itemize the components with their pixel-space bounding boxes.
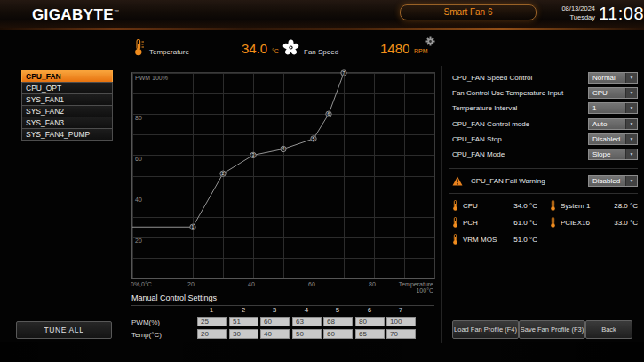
setting-label: Temperature Interval — [452, 104, 517, 112]
fan-speed-value: 1480 — [380, 41, 409, 56]
system-date: 08/13/2024 Tuesday — [547, 4, 595, 21]
xtick-80: 80 — [367, 281, 378, 287]
xtick-40: 40 — [246, 281, 257, 287]
load-fan-profile-button[interactable]: Load Fan Profile (F4) — [452, 320, 519, 339]
input-temp-1[interactable] — [197, 329, 227, 339]
fan-speed-label: Fan Speed — [304, 48, 338, 56]
thermometer-icon — [452, 234, 458, 245]
input-temp-2[interactable] — [229, 329, 258, 339]
input-pwm-5[interactable] — [323, 317, 353, 326]
back-button[interactable]: Back — [585, 320, 632, 339]
ytick-60: 60 — [135, 156, 142, 162]
sensor-pch: PCH 61.0 °C — [452, 216, 537, 229]
input-temp-3[interactable] — [260, 329, 290, 339]
temperature-value: 34.0 — [242, 41, 267, 56]
smart-fan-6-screen: GIGABYTE™ Smart Fan 6 08/13/2024 Tuesday… — [0, 0, 644, 362]
chevron-down-icon: ▼ — [625, 103, 637, 113]
fan-curve-point-label: 6 — [328, 111, 330, 117]
column-header: 6 — [355, 306, 384, 314]
chevron-down-icon: ▼ — [625, 176, 637, 186]
chevron-down-icon: ▼ — [625, 149, 637, 159]
chevron-down-icon: ▼ — [625, 119, 637, 129]
ytick-20: 20 — [135, 237, 142, 244]
ytick-40: 40 — [135, 197, 142, 203]
xtick-0: 0%,0°C — [131, 281, 152, 287]
sensor-system-1: System 1 28.0 °C — [550, 199, 638, 212]
sidebar-item-cpu-fan[interactable]: CPU_FAN — [21, 70, 113, 83]
sidebar-item-sys-fan2[interactable]: SYS_FAN2 — [21, 105, 113, 117]
temperature-unit: °C — [272, 48, 279, 54]
ytick-80: 80 — [135, 115, 142, 121]
top-bar: GIGABYTE™ Smart Fan 6 08/13/2024 Tuesday… — [0, 0, 644, 28]
dropdown-cpu-fan-fail-warning[interactable]: Disabled ▼ — [588, 175, 638, 187]
dropdown-fan-control-temperature-input[interactable]: CPU ▼ — [588, 87, 638, 99]
sidebar-item-sys-fan4-pump[interactable]: SYS_FAN4_PUMP — [21, 128, 113, 141]
column-header: 5 — [323, 306, 352, 314]
setting-label: CPU_FAN Control mode — [452, 120, 529, 128]
sensor-vrm-mos: VRM MOS 51.0 °C — [452, 233, 537, 245]
dropdown-cpu-fan-speed-control[interactable]: Normal ▼ — [588, 72, 638, 84]
sidebar-item-sys-fan1[interactable]: SYS_FAN1 — [21, 93, 113, 106]
input-pwm-3[interactable] — [260, 317, 290, 326]
ytick-100: PWM 100% — [135, 75, 168, 81]
fan-curve-point-label: 3 — [252, 152, 255, 157]
chevron-down-icon: ▼ — [625, 88, 637, 98]
column-header: 1 — [197, 306, 226, 314]
section-divider — [449, 193, 638, 194]
sidebar-item-cpu-opt[interactable]: CPU_OPT — [21, 82, 113, 94]
fan-curve-line — [132, 73, 344, 227]
setting-label: CPU_FAN Stop — [452, 135, 502, 143]
tab-smart-fan-6[interactable]: Smart Fan 6 — [400, 4, 537, 20]
save-fan-profile-button[interactable]: Save Fan Profile (F3) — [519, 320, 585, 339]
gigabyte-logo: GIGABYTE™ — [32, 6, 119, 24]
system-clock: 11:08 — [599, 4, 641, 24]
fan-curve-plot[interactable]: 1234567 — [131, 72, 435, 279]
dropdown-temperature-interval[interactable]: 1 ▼ — [588, 102, 638, 114]
setting-row: Temperature Interval 1 ▼ — [452, 101, 638, 115]
sensor-cpu: CPU 34.0 °C — [452, 199, 537, 212]
input-temp-4[interactable] — [292, 329, 322, 339]
input-pwm-7[interactable] — [386, 317, 416, 326]
fan-icon — [282, 39, 299, 56]
setting-row: Fan Control Use Temperature Input CPU ▼ — [452, 86, 638, 100]
input-pwm-1[interactable] — [197, 317, 227, 326]
pwm-row-label: PWM(%) — [131, 318, 160, 326]
tune-all-button[interactable]: TUNE ALL — [16, 321, 112, 339]
thermometer-icon — [452, 200, 458, 211]
input-pwm-2[interactable] — [229, 317, 258, 326]
setting-label: CPU_FAN Mode — [452, 150, 505, 158]
temp-row-label: Temp(°C) — [131, 331, 162, 339]
gear-icon[interactable] — [425, 36, 435, 46]
column-header: 2 — [229, 306, 258, 314]
setting-row: CPU_FAN Speed Control Normal ▼ — [452, 71, 638, 84]
fan-curve-point-label: 1 — [192, 224, 195, 229]
chevron-down-icon: ▼ — [625, 134, 637, 144]
setting-label: CPU_FAN Speed Control — [452, 74, 532, 82]
xtick-20: 20 — [186, 281, 196, 287]
column-header: 7 — [386, 306, 415, 314]
sensor-pciex16: PCIEX16 33.0 °C — [550, 216, 638, 229]
input-temp-7[interactable] — [386, 329, 416, 339]
setting-label: Fan Control Use Temperature Input — [452, 89, 563, 97]
dropdown-cpu-fan-control-mode[interactable]: Auto ▼ — [588, 118, 638, 130]
input-temp-5[interactable] — [323, 329, 353, 339]
thermometer-icon — [550, 200, 556, 211]
fan-list: CPU_FAN CPU_OPT SYS_FAN1 SYS_FAN2 SYS_FA… — [21, 71, 113, 141]
sidebar-item-sys-fan3[interactable]: SYS_FAN3 — [21, 117, 113, 129]
bottom-glow-strip — [0, 342, 644, 362]
dropdown-cpu-fan-mode[interactable]: Slope ▼ — [588, 149, 638, 160]
input-temp-6[interactable] — [355, 329, 385, 339]
fan-curve-point-label: 7 — [343, 70, 346, 76]
thermometer-icon — [452, 217, 458, 228]
fan-speed-unit: RPM — [414, 48, 428, 54]
thermometer-icon — [133, 38, 145, 57]
input-pwm-4[interactable] — [292, 317, 322, 326]
dropdown-cpu-fan-stop[interactable]: Disabled ▼ — [588, 133, 638, 145]
xtick-100: Temperature 100°C — [380, 281, 433, 294]
manual-control-settings-title: Manual Control Settings — [131, 294, 434, 306]
fail-warning-label: CPU_FAN Fail Warning — [471, 177, 545, 185]
temperature-label: Temperature — [149, 48, 189, 56]
fan-curve-svg[interactable]: 1234567 — [132, 73, 434, 278]
input-pwm-6[interactable] — [355, 317, 385, 326]
setting-row: CPU_FAN Mode Slope ▼ — [452, 148, 638, 161]
